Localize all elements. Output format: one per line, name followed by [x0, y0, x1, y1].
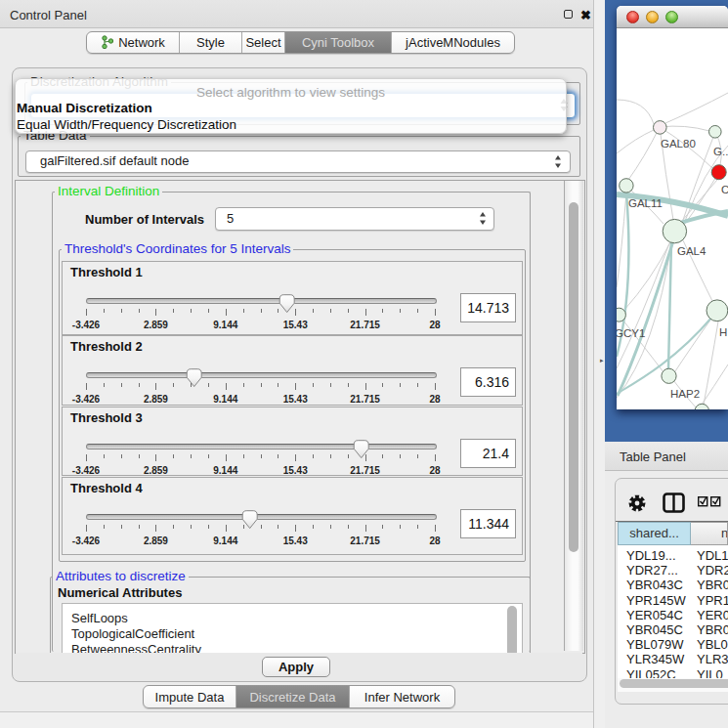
svg-text:H: H	[719, 326, 727, 338]
svg-text:GAL80: GAL80	[661, 138, 696, 150]
svg-text:GAL11: GAL11	[628, 197, 663, 209]
svg-text:GAL4: GAL4	[677, 245, 707, 257]
svg-text:C...: C...	[721, 184, 728, 195]
svg-text:GCY1: GCY1	[617, 327, 645, 339]
svg-text:G...: G...	[713, 146, 728, 157]
svg-text:HAP2: HAP2	[670, 388, 700, 400]
